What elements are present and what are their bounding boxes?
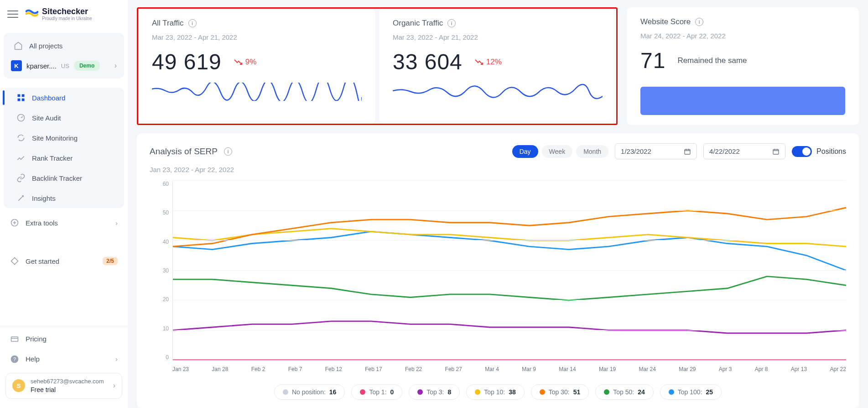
legend-item[interactable]: Top 30: 51 (531, 384, 589, 400)
project-initial: K (11, 60, 22, 71)
svg-rect-6 (11, 337, 18, 341)
toggle-day[interactable]: Day (512, 145, 538, 158)
user-email: seheb67273@svcache.com (31, 378, 104, 386)
date-from-value: 1/23/2022 (621, 147, 651, 155)
sidebar-label: Backlink Tracker (32, 174, 82, 182)
logo[interactable]: Sitechecker Proudly made in Ukraine (26, 7, 92, 21)
svg-rect-3 (22, 99, 25, 101)
diamond-icon (10, 256, 19, 266)
legend-item[interactable]: Top 3: 8 (409, 384, 460, 400)
chevron-right-icon: › (115, 219, 118, 227)
brand-tagline: Proudly made in Ukraine (42, 16, 92, 21)
legend-item[interactable]: Top 100: 25 (660, 384, 722, 400)
sidebar-item-site-monitoring[interactable]: Site Monitoring (9, 128, 119, 148)
help-icon: ? (10, 355, 19, 364)
trend-down-icon (474, 59, 483, 65)
trend-down: 9% (234, 58, 257, 67)
sidebar-item-insights[interactable]: Insights (9, 188, 119, 208)
legend-item[interactable]: Top 10: 38 (466, 384, 525, 400)
chart-lines (173, 181, 846, 360)
sidebar-label: Extra tools (26, 219, 58, 227)
legend-dot-icon (604, 389, 609, 395)
sidebar-label: Insights (32, 194, 56, 202)
positions-label: Positions (816, 147, 846, 156)
sidebar-label: Pricing (26, 335, 47, 343)
user-plan: Free trial (31, 386, 104, 394)
sidebar-label: All projects (29, 42, 62, 50)
highlighted-traffic-cards: All Traffic i Mar 23, 2022 - Apr 21, 202… (137, 7, 618, 125)
sidebar-item-help[interactable]: ? Help › (3, 349, 125, 369)
info-icon[interactable]: i (188, 19, 197, 27)
trend-down-icon (234, 59, 243, 65)
sidebar: Sitechecker Proudly made in Ukraine All … (0, 0, 128, 408)
toggle-week[interactable]: Week (542, 145, 573, 158)
organic-traffic-card[interactable]: Organic Traffic i Mar 23, 2022 - Apr 21,… (379, 9, 616, 124)
serp-analysis-panel: Analysis of SERP i Day Week Month 1/23/2… (137, 133, 859, 408)
legend-dot-icon (475, 389, 480, 395)
avatar: S (12, 379, 25, 392)
sidebar-item-backlink-tracker[interactable]: Backlink Tracker (9, 168, 119, 188)
svg-rect-0 (18, 94, 21, 97)
svg-rect-2 (18, 99, 21, 101)
date-to-input[interactable]: 4/22/2022 (703, 143, 785, 159)
plot-area (172, 181, 846, 361)
legend-item[interactable]: Top 50: 24 (595, 384, 654, 400)
info-icon[interactable]: i (695, 18, 703, 26)
trend-value: 9% (245, 58, 257, 67)
legend-dot-icon (283, 389, 288, 395)
trend-value: 12% (486, 58, 502, 67)
sidebar-label: Help (26, 355, 40, 363)
dashboard-icon (16, 93, 26, 102)
date-from-input[interactable]: 1/23/2022 (615, 143, 697, 159)
demo-badge: Demo (74, 61, 100, 71)
sidebar-item-extra-tools[interactable]: Extra tools › (3, 213, 125, 233)
legend-dot-icon (417, 389, 423, 395)
sparkline (152, 83, 362, 101)
sidebar-item-site-audit[interactable]: Site Audit (9, 108, 119, 128)
brand-name: Sitechecker (42, 7, 92, 16)
card-icon (10, 335, 19, 344)
info-icon[interactable]: i (447, 19, 456, 27)
sidebar-item-dashboard[interactable]: Dashboard (9, 88, 119, 108)
legend-item[interactable]: No position: 16 (274, 384, 345, 400)
date-range: Mar 23, 2022 - Apr 21, 2022 (152, 33, 362, 41)
info-icon[interactable]: i (224, 147, 232, 156)
svg-rect-1 (22, 94, 25, 97)
calendar-icon (684, 148, 691, 155)
score-bar (640, 87, 845, 115)
project-locale: US (61, 63, 69, 69)
toggle-month[interactable]: Month (576, 145, 608, 158)
chevron-right-icon: › (114, 62, 117, 70)
hamburger-menu-icon[interactable] (7, 9, 18, 20)
progress-badge: 2/5 (103, 257, 118, 265)
sparkline (393, 83, 603, 101)
svg-rect-9 (685, 149, 690, 154)
sidebar-label: Site Monitoring (32, 134, 78, 142)
legend-item[interactable]: Top 1: 0 (351, 384, 402, 400)
all-traffic-card[interactable]: All Traffic i Mar 23, 2022 - Apr 21, 202… (138, 9, 375, 124)
sidebar-item-all-projects[interactable]: All projects (6, 36, 121, 56)
svg-rect-10 (773, 149, 779, 154)
main-content: All Traffic i Mar 23, 2022 - Apr 21, 202… (128, 0, 868, 408)
sidebar-project-selector[interactable]: K kparser.... US Demo › (4, 56, 124, 76)
sidebar-item-pricing[interactable]: Pricing (3, 329, 125, 349)
sidebar-item-rank-tracker[interactable]: Rank Tracker (9, 148, 119, 168)
logo-icon (26, 9, 38, 19)
card-title: All Traffic (152, 19, 184, 28)
plus-circle-icon (10, 218, 19, 227)
serp-chart: 6050403020100 Jan 23Jan 28Feb 2Feb 7Feb … (150, 178, 846, 378)
sidebar-item-get-started[interactable]: Get started 2/5 (3, 251, 125, 271)
calendar-icon (772, 148, 780, 155)
chart-legend: No position: 16Top 1: 0Top 3: 8Top 10: 3… (150, 378, 846, 400)
date-range: Mar 24, 2022 - Apr 22, 2022 (640, 32, 845, 40)
date-range: Mar 23, 2022 - Apr 21, 2022 (393, 33, 603, 41)
project-name: kparser.... (26, 62, 57, 70)
score-status: Remained the same (677, 56, 747, 65)
positions-toggle[interactable] (792, 146, 812, 157)
trend-down: 12% (474, 58, 502, 67)
serp-date-range: Jan 23, 2022 - Apr 22, 2022 (150, 166, 846, 173)
legend-dot-icon (540, 389, 545, 395)
website-score-card[interactable]: Website Score i Mar 24, 2022 - Apr 22, 2… (627, 7, 859, 125)
refresh-icon (16, 133, 26, 142)
user-account-card[interactable]: S seheb67273@svcache.com Free trial › (5, 373, 122, 399)
